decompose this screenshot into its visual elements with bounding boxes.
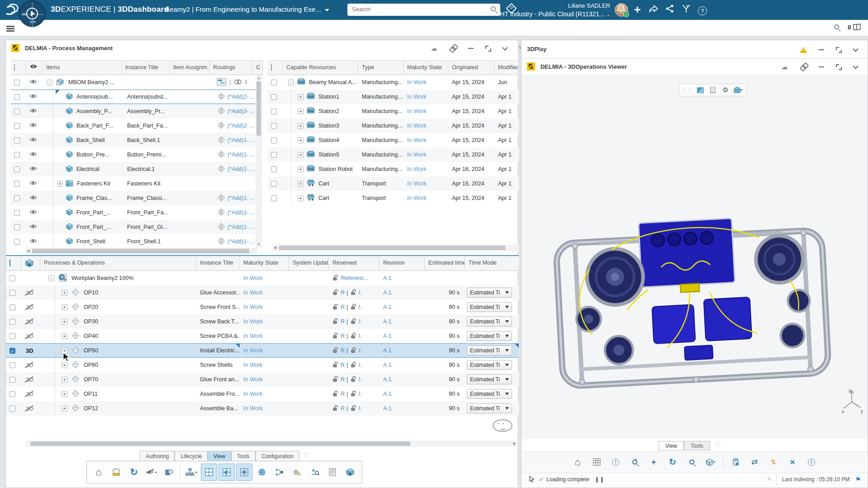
lock-open-icon[interactable] (332, 361, 339, 369)
operation-name[interactable]: OP20 (84, 304, 98, 310)
expand-toggle[interactable]: + (62, 319, 67, 325)
visibility-eye-icon[interactable] (29, 180, 37, 187)
reserved-r[interactable]: R (341, 347, 345, 354)
lock-open-icon[interactable] (332, 275, 339, 282)
lock-open-icon[interactable] (332, 332, 339, 340)
3d-visibility-icon[interactable]: 3D (25, 304, 34, 311)
op-instance[interactable]: Install Electric... (196, 344, 240, 357)
revision[interactable]: A.1 (379, 285, 425, 300)
maturity-state[interactable]: In Work (240, 314, 289, 329)
maturity-state[interactable]: In Work (240, 372, 289, 387)
routing-diamond-icon[interactable] (217, 237, 226, 247)
heart-icon[interactable]: ♡ (303, 451, 310, 461)
expand-toggle[interactable]: - (288, 80, 294, 85)
global-search[interactable] (347, 4, 500, 16)
rings-icon[interactable] (233, 79, 242, 86)
collapse-toggle[interactable]: - (48, 275, 54, 281)
reserved-r[interactable]: R (341, 289, 345, 296)
3d-visibility-icon[interactable]: 3D (25, 376, 34, 383)
time-mode-dropdown[interactable]: Estimated Ti (467, 302, 512, 312)
operation-name[interactable]: OP30 (84, 318, 98, 325)
time-mode-dropdown[interactable]: Estimated Ti (467, 389, 512, 399)
assistant-icon[interactable] (493, 419, 512, 432)
select-all-checkbox[interactable] (14, 64, 15, 71)
gantt-icon[interactable] (217, 78, 227, 87)
cube-3d-icon[interactable]: 3D (342, 464, 358, 481)
3d-viewport[interactable]: ⋮⋮⚙▾ (522, 75, 868, 439)
resource-row[interactable]: + Station2 Manufacturing... In Work Apr … (267, 104, 519, 118)
estimated-time[interactable]: 90 s (425, 300, 465, 314)
item-name[interactable]: Fasteners Kit (77, 180, 110, 187)
time-mode-dropdown[interactable]: Estimated Ti (467, 331, 512, 341)
layers-icon[interactable] (108, 464, 124, 481)
resource-row[interactable]: + Station3 Manufacturing... In Work Apr … (267, 118, 519, 133)
select-all-checkbox[interactable] (9, 259, 10, 266)
routing-link[interactable]: (*Add)1- ... (228, 166, 255, 172)
maturity-state[interactable]: In Work (240, 344, 289, 357)
maturity-state[interactable]: In Work (403, 133, 448, 147)
routing-diamond-icon[interactable] (217, 150, 226, 160)
time-mode-dropdown[interactable]: Estimated Ti (467, 360, 512, 370)
list-icon[interactable] (324, 464, 341, 481)
heart-icon[interactable]: ♡ (715, 441, 721, 450)
sphere-icon[interactable] (254, 464, 270, 481)
visibility-eye-icon[interactable] (29, 152, 37, 158)
visibility-eye-icon[interactable] (29, 195, 37, 201)
lock-open-icon[interactable] (351, 347, 357, 355)
visibility-eye-icon[interactable] (29, 94, 37, 100)
resource-name[interactable]: Station2 (318, 108, 339, 114)
routing-diamond-icon[interactable] (217, 193, 226, 204)
op-row-op12[interactable]: 3D + OP12 Assemble Ba... In Work R| I. A… (6, 401, 519, 416)
visibility-eye-icon[interactable] (29, 123, 37, 129)
select-all-checkbox[interactable] (271, 64, 272, 71)
visibility-eye-icon[interactable] (29, 224, 37, 230)
item-row[interactable]: Electrical Electrical.1 (*Add)1- ... (10, 162, 263, 176)
resources-h-scrollbar[interactable]: ◀ (273, 245, 519, 251)
lock-open-icon[interactable] (351, 376, 357, 384)
maturity-state[interactable]: In Work (240, 271, 289, 285)
lock-open-icon[interactable] (351, 289, 357, 297)
grid-x-icon[interactable] (236, 464, 252, 481)
item-name[interactable]: Antenna|sub... (76, 94, 113, 100)
ops-col-revision[interactable]: Revision (379, 256, 425, 270)
routing-link[interactable]: (*Add)1- ... (228, 209, 255, 216)
ops-col-mode[interactable]: Time Mode (465, 256, 519, 270)
op-row-op11[interactable]: 3D + OP11 Assemble Fro... In Work R| I. … (6, 387, 519, 401)
search-input[interactable] (352, 4, 479, 15)
routing-diamond-icon[interactable] (217, 121, 226, 131)
op-row-op40[interactable]: 3D + OP40 Screw PCBA &... In Work R| I. … (6, 329, 519, 343)
lock-open-icon[interactable] (332, 289, 339, 297)
expand-toggle[interactable]: + (62, 290, 67, 296)
user-block[interactable]: Liliane SADLER HT Industry - Public Clou… (500, 1, 610, 19)
link-icon[interactable] (799, 63, 807, 71)
items-col-0[interactable] (10, 61, 26, 75)
routing-link[interactable]: (*Add)1- ... (228, 238, 255, 245)
resource-name[interactable]: Cart (318, 180, 329, 187)
estimated-time[interactable]: 90 s (425, 329, 465, 343)
pointer-icon[interactable] (528, 476, 535, 483)
op-row-op60[interactable]: 3D + OP60 Screw Shells In Work R| I. A.1… (6, 358, 519, 372)
chevron-down-icon[interactable] (853, 63, 859, 69)
maturity-state[interactable]: In Work (240, 401, 289, 416)
revision[interactable]: A.1 (379, 271, 425, 285)
expand-toggle[interactable]: + (62, 406, 67, 412)
res-col-1[interactable]: Capable Resources (283, 61, 358, 75)
routing-link[interactable]: (*Add)1- ... (228, 224, 255, 230)
item-name[interactable]: Electrical (76, 166, 100, 172)
maturity-state[interactable]: In Work (240, 329, 289, 343)
dashboard-context[interactable]: Beamy2 | From Engineering to Manufacturi… (165, 5, 329, 13)
routing-diamond-icon[interactable] (217, 208, 226, 218)
routing-link[interactable]: (*Add)1- ... (228, 152, 255, 158)
item-instance[interactable]: Frame_Classi... (123, 191, 172, 205)
routing-link[interactable]: (*Add)2- ... (228, 123, 255, 129)
lock-open-icon[interactable] (332, 376, 339, 384)
expand-toggle[interactable]: + (298, 166, 304, 172)
expand-toggle[interactable]: + (62, 333, 67, 339)
reserved-r[interactable]: R (341, 362, 345, 368)
operation-name[interactable]: OP50 (84, 347, 98, 354)
routing-diamond-icon[interactable] (217, 222, 226, 232)
bell-icon[interactable] (614, 4, 628, 16)
op-row-op20[interactable]: 3D + OP20 Screw Front S... In Work R| I.… (6, 300, 519, 314)
res-col-5[interactable]: Modified (494, 61, 519, 75)
maturity-state[interactable]: In Work (240, 285, 289, 300)
